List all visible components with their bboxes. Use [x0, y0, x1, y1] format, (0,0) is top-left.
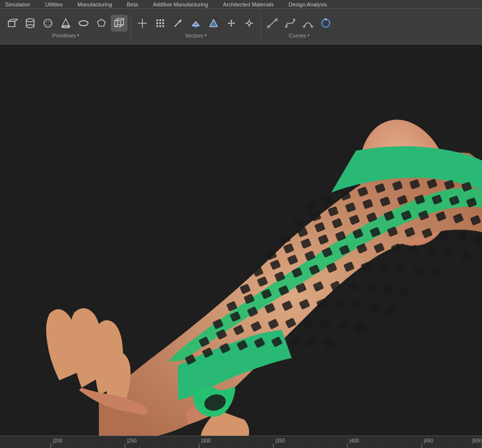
vectors-group: Vectors ▾: [134, 15, 258, 39]
vector-dots-btn[interactable]: [152, 15, 169, 32]
curve-arc-btn[interactable]: [300, 15, 316, 32]
curve-bezier-btn[interactable]: [282, 15, 299, 32]
primitive-sphere-btn[interactable]: [40, 15, 56, 32]
svg-point-7: [26, 25, 34, 28]
svg-marker-14: [97, 19, 105, 26]
svg-text:|200: |200: [53, 438, 63, 444]
toolbar: Primitives ▾: [0, 9, 482, 44]
svg-point-30: [159, 25, 161, 27]
primitive-cylinder-btn[interactable]: [22, 15, 39, 32]
svg-text:|450: |450: [424, 438, 434, 444]
svg-marker-45: [230, 25, 232, 27]
primitives-label[interactable]: Primitives ▾: [52, 33, 80, 39]
vector-node-btn[interactable]: [241, 15, 258, 32]
vector-stretch-btn[interactable]: [223, 15, 240, 32]
ruler: |200 |250 |300 |350 |400 |450 |500: [0, 436, 482, 448]
menu-beta[interactable]: Beta: [127, 1, 138, 7]
primitive-wireframe-btn[interactable]: [111, 15, 128, 32]
vector-plane-btn[interactable]: [187, 15, 204, 32]
svg-text:|250: |250: [127, 438, 137, 444]
menu-architected[interactable]: Architected Materials: [223, 1, 274, 7]
svg-marker-44: [230, 20, 232, 21]
curve-circle-btn[interactable]: [317, 15, 334, 32]
svg-point-60: [322, 19, 330, 27]
primitives-group: Primitives ▾: [4, 15, 128, 39]
svg-point-46: [248, 22, 251, 25]
menu-bar: Simulation Utilities Manufacturing Beta …: [0, 0, 482, 9]
menu-manufacturing[interactable]: Manufacturing: [78, 1, 112, 7]
curves-arrow: ▾: [307, 33, 309, 38]
primitive-cone-btn[interactable]: [57, 15, 74, 32]
primitive-box-btn[interactable]: [4, 15, 21, 32]
vector-add-point-btn[interactable]: [134, 15, 151, 32]
svg-text:|300: |300: [201, 438, 211, 444]
svg-point-24: [159, 19, 161, 21]
3d-model-view: [0, 44, 482, 436]
svg-point-25: [162, 19, 164, 21]
vectors-arrow: ▾: [205, 33, 207, 38]
svg-point-28: [162, 22, 164, 24]
svg-point-3: [26, 19, 34, 22]
svg-text:|350: |350: [275, 438, 285, 444]
primitive-polygon-btn[interactable]: [93, 15, 110, 32]
vectors-label[interactable]: Vectors ▾: [185, 33, 207, 39]
vector-3pt-surface-btn[interactable]: [205, 15, 222, 32]
viewport[interactable]: [0, 44, 482, 436]
svg-point-23: [156, 19, 158, 21]
divider-1: [131, 13, 131, 40]
menu-design-analysis[interactable]: Design Analysis: [289, 1, 327, 7]
svg-point-31: [162, 25, 164, 27]
curves-label[interactable]: Curves ▾: [289, 33, 309, 39]
curve-line-btn[interactable]: [264, 15, 281, 32]
svg-marker-1: [8, 19, 18, 21]
svg-point-13: [82, 22, 86, 24]
svg-point-9: [44, 21, 52, 25]
svg-rect-177: [0, 436, 482, 448]
menu-additive[interactable]: Additive Manufacturing: [153, 1, 208, 7]
menu-simulation[interactable]: Simulation: [5, 1, 30, 7]
svg-marker-42: [228, 22, 229, 24]
vector-arrow-btn[interactable]: [170, 15, 186, 32]
curves-group: Curves ▾: [264, 15, 334, 39]
svg-marker-43: [233, 22, 235, 24]
svg-point-8: [44, 19, 52, 27]
ruler-svg: |200 |250 |300 |350 |400 |450 |500: [0, 436, 482, 448]
svg-marker-36: [210, 19, 218, 27]
svg-point-61: [325, 18, 327, 20]
primitives-arrow: ▾: [77, 33, 79, 38]
svg-point-29: [156, 25, 158, 27]
svg-point-26: [156, 22, 158, 24]
menu-utilities[interactable]: Utilities: [45, 1, 62, 7]
primitive-torus-btn[interactable]: [75, 15, 92, 32]
divider-2: [261, 13, 261, 40]
svg-text:|500: |500: [472, 438, 482, 444]
svg-text:|400: |400: [350, 438, 359, 444]
svg-point-27: [159, 22, 161, 24]
svg-rect-0: [8, 21, 15, 27]
